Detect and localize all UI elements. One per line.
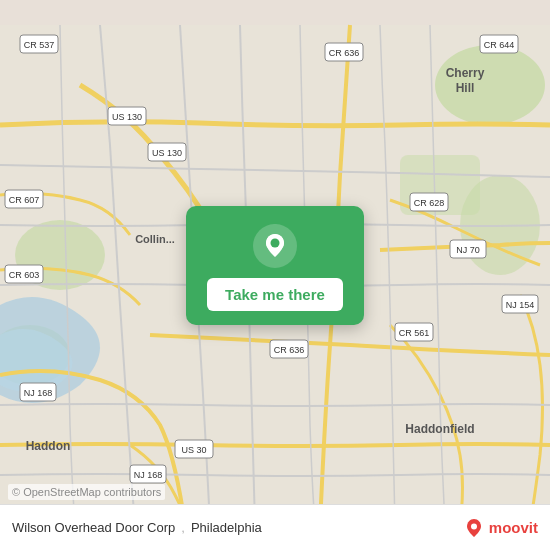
svg-text:CR 636: CR 636 <box>274 345 305 355</box>
svg-text:US 130: US 130 <box>112 112 142 122</box>
svg-text:Collin...: Collin... <box>135 233 175 245</box>
svg-text:CR 644: CR 644 <box>484 40 515 50</box>
svg-text:CR 607: CR 607 <box>9 195 40 205</box>
svg-text:CR 537: CR 537 <box>24 40 55 50</box>
business-info: Wilson Overhead Door Corp , Philadelphia <box>12 520 262 535</box>
svg-text:CR 603: CR 603 <box>9 270 40 280</box>
svg-text:NJ 70: NJ 70 <box>456 245 480 255</box>
svg-point-45 <box>471 523 477 529</box>
svg-text:Haddon: Haddon <box>26 439 71 453</box>
svg-text:NJ 154: NJ 154 <box>506 300 535 310</box>
business-city-separator: , <box>181 520 185 535</box>
business-city: Philadelphia <box>191 520 262 535</box>
svg-text:Haddonfield: Haddonfield <box>405 422 474 436</box>
svg-text:US 130: US 130 <box>152 148 182 158</box>
svg-text:NJ 168: NJ 168 <box>134 470 163 480</box>
svg-text:CR 561: CR 561 <box>399 328 430 338</box>
svg-text:CR 628: CR 628 <box>414 198 445 208</box>
map-container: CR 537 CR 644 US 130 US 130 CR 636 CR 60… <box>0 0 550 550</box>
location-card: Take me there <box>186 206 364 325</box>
moovit-logo: moovit <box>463 517 538 539</box>
svg-text:US 30: US 30 <box>181 445 206 455</box>
map-copyright: © OpenStreetMap contributors <box>8 484 165 500</box>
business-name: Wilson Overhead Door Corp <box>12 520 175 535</box>
svg-text:CR 636: CR 636 <box>329 48 360 58</box>
moovit-pin-icon <box>463 517 485 539</box>
svg-text:Hill: Hill <box>456 81 475 95</box>
location-pin-icon <box>253 224 297 268</box>
take-me-there-button[interactable]: Take me there <box>207 278 343 311</box>
svg-text:NJ 168: NJ 168 <box>24 388 53 398</box>
moovit-text: moovit <box>489 519 538 536</box>
svg-point-1 <box>435 45 545 125</box>
svg-point-44 <box>271 238 280 247</box>
svg-text:Cherry: Cherry <box>446 66 485 80</box>
bottom-info-bar: Wilson Overhead Door Corp , Philadelphia… <box>0 504 550 550</box>
